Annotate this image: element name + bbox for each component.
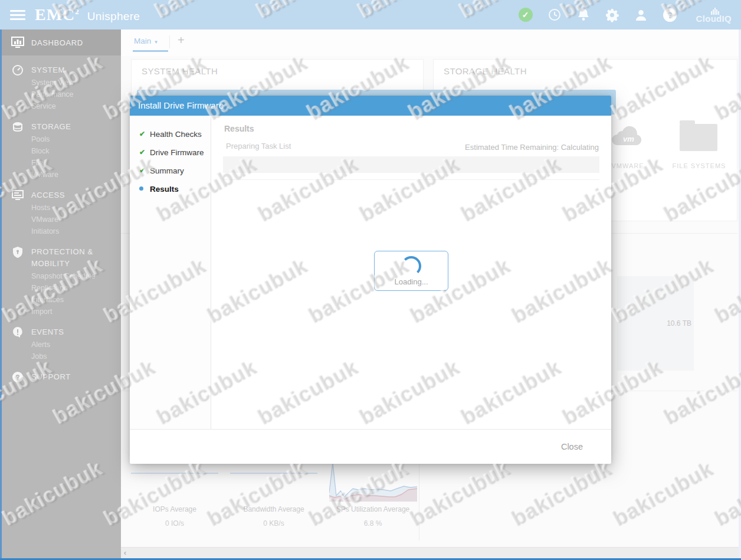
progress-bar [223,156,599,173]
window-border-left [0,30,2,560]
brand-logo: EMC2 Unisphere [35,5,140,24]
metric-label-iops: IOPs Average [124,505,225,513]
dashboard-icon [11,36,24,49]
sidebar-nav: DASHBOARD SYSTEM System View Performance… [2,30,121,558]
dialog-title: Install Drive Firmware [130,96,611,116]
metric-label-bandwidth: Bandwidth Average [224,505,324,513]
tab-main[interactable]: Main▾ [134,37,158,45]
menu-hamburger-icon[interactable] [10,10,25,20]
sidebar-item-file[interactable]: File [31,157,121,169]
sidebar-item-snapshot-schedule[interactable]: Snapshot Schedule [31,270,121,282]
sidebar-item-initiators[interactable]: Initiators [31,225,121,237]
system-health-check-icon[interactable]: ✓ [518,7,533,22]
sidebar-item-replication[interactable]: Replication [31,282,121,294]
install-drive-firmware-dialog: Install Drive Firmware Health Checks Dri… [130,96,611,464]
task-status-text: Preparing Task List [226,142,291,150]
sidebar-item-storage[interactable]: STORAGE [31,120,114,133]
estimated-time-text: Estimated Time Remaining: Calculating [465,143,599,152]
sidebar-item-import[interactable]: Import [31,306,121,317]
storage-health-title: STORAGE HEALTH [444,66,527,76]
wizard-step-summary[interactable]: Summary [130,165,211,176]
check-icon [139,148,148,156]
hosts-icon [11,189,24,202]
help-icon[interactable]: ? [663,7,678,22]
sidebar-item-system-view[interactable]: System View [31,77,121,89]
check-icon [139,130,148,138]
cloudiq-logo[interactable]: CloudIQ [696,6,732,24]
sidebar-group-support: ? SUPPORT [2,371,121,384]
sidebar-item-label: DASHBOARD [31,38,83,47]
product-name: Unisphere [87,10,140,23]
wizard-step-results[interactable]: Results [130,183,211,195]
add-tab-button[interactable]: + [178,34,185,47]
horizontal-scrollbar[interactable]: ‹ [121,547,739,558]
close-button[interactable]: Close [561,442,583,451]
events-icon [11,326,24,339]
tab-divider [169,35,170,48]
settings-gear-icon[interactable] [605,7,620,22]
wizard-step-drive-firmware[interactable]: Drive Firmware [130,146,211,158]
sidebar-group-access: ACCESS Hosts VMware Initiators [2,189,121,237]
file-systems-tile-label: FILE SYSTEMS [663,162,735,169]
results-pane: Results Preparing Task List Estimated Ti… [211,116,611,429]
emc-logo: EMC2 [35,5,80,24]
app-header: EMC2 Unisphere ✓ ? CloudIQ [0,0,741,30]
jobs-history-icon[interactable] [547,7,562,22]
sidebar-group-events: EVENTS Alerts Jobs [2,326,121,362]
database-icon [11,120,24,133]
user-icon[interactable] [634,7,649,22]
wizard-steps-panel: Health Checks Drive Firmware Summary Res… [130,116,211,429]
current-step-dot-icon [139,185,148,193]
dialog-footer: Close [130,429,611,464]
shield-icon [11,245,24,258]
sidebar-item-dashboard[interactable]: DASHBOARD [2,30,121,55]
alerts-bell-icon[interactable] [576,7,591,22]
sidebar-item-vmware-storage[interactable]: VMware [31,169,121,181]
sidebar-item-system[interactable]: SYSTEM [31,64,114,77]
spinner-icon [401,256,421,276]
metric-value-sps-utilization: 6.8 % [323,519,423,528]
support-icon: ? [11,371,24,384]
capacity-value: 10.6 TB [649,319,691,328]
sidebar-item-performance[interactable]: Performance [31,89,121,100]
sidebar-item-hosts[interactable]: Hosts [31,202,121,214]
check-icon [139,166,148,175]
sidebar-item-events[interactable]: EVENTS [31,326,114,339]
system-health-title: SYSTEM HEALTH [142,66,218,76]
sidebar-group-system: SYSTEM System View Performance Service [2,64,121,112]
wizard-step-health-checks[interactable]: Health Checks [130,128,211,140]
iops-sparkline [131,473,218,474]
header-icon-bar: ✓ ? CloudIQ [518,6,732,24]
sidebar-item-access[interactable]: ACCESS [31,189,114,202]
sps-utilization-sparkline [329,460,417,502]
sidebar-item-alerts[interactable]: Alerts [31,339,121,351]
metric-value-bandwidth: 0 KB/s [224,519,324,528]
sidebar-item-support[interactable]: SUPPORT [31,371,114,384]
svg-text:vm: vm [623,135,634,143]
sidebar-item-protection-mobility[interactable]: PROTECTION & MOBILITY [31,245,114,270]
folder-icon[interactable] [680,124,717,151]
metric-label-sps-utilization: SPs Utilization Average [323,505,423,513]
sidebar-item-jobs[interactable]: Jobs [31,351,121,362]
sidebar-item-block[interactable]: Block [31,145,121,157]
loading-indicator: Loading... [374,251,448,291]
window-border-right [739,30,741,558]
gauge-icon [11,64,24,77]
sidebar-item-interfaces[interactable]: Interfaces [31,294,121,306]
sidebar-item-pools[interactable]: Pools [31,133,121,145]
metric-value-iops: 0 IO/s [124,519,225,528]
sidebar-item-service[interactable]: Service [31,100,121,112]
scroll-left-arrow-icon[interactable]: ‹ [124,549,126,557]
sidebar-group-storage: STORAGE Pools Block File VMware [2,120,121,181]
sidebar-group-protection: PROTECTION & MOBILITY Snapshot Schedule … [2,245,121,317]
results-separator [223,179,599,180]
results-heading: Results [224,124,254,133]
dashboard-tabbar: Main▾ + [121,30,739,56]
bandwidth-sparkline [230,473,317,474]
dialog-body: Health Checks Drive Firmware Summary Res… [130,116,611,429]
loading-label: Loading... [375,277,448,286]
svg-text:?: ? [15,374,19,382]
vm-cloud-icon[interactable]: vm [609,124,643,148]
sidebar-item-vmware-access[interactable]: VMware [31,214,121,225]
tab-active-underline [133,50,168,52]
